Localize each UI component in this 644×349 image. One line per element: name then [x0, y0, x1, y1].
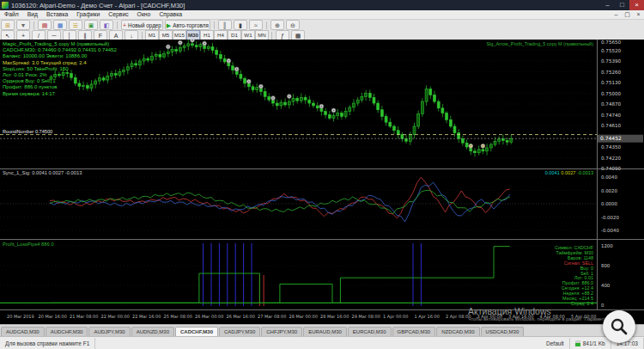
- menu-bar: ФайлВидВставкаГрафикиСервисОкноСправка –…: [0, 10, 644, 20]
- profiles-button[interactable]: ▼: [16, 20, 30, 30]
- ea-info-line-0: Magic_Profit_Trading_5 copy M (правильны…: [3, 41, 117, 47]
- svg-text:20 Mar 2019: 20 Mar 2019: [7, 314, 34, 319]
- svg-text:0.75650: 0.75650: [601, 40, 622, 45]
- status-traffic: 841/1 Kb: [570, 338, 611, 349]
- strategy-tester-button[interactable]: ◧: [100, 20, 113, 30]
- indicator1-value-1: 0.0027: [561, 170, 577, 175]
- svg-text:1 Apr 00:00: 1 Apr 00:00: [383, 314, 408, 320]
- zoom-out-button[interactable]: ⊖: [286, 20, 300, 30]
- menu-item-6[interactable]: Справка: [155, 10, 186, 19]
- zoom-in-icon: ⊕: [275, 21, 280, 29]
- data-window-icon: ▦: [58, 21, 64, 29]
- minimize-button[interactable]: –: [600, 0, 615, 10]
- svg-text:1200: 1200: [601, 243, 613, 248]
- svg-text:800: 800: [601, 263, 611, 268]
- status-help-text: Для вызова справки нажмите F1: [0, 338, 95, 349]
- menu-item-5[interactable]: Окно: [133, 10, 155, 19]
- zoom-overlay-button[interactable]: [603, 310, 635, 343]
- svg-text:-0.0020: -0.0020: [601, 215, 619, 220]
- navigator-button[interactable]: ☰: [69, 20, 82, 30]
- indicator2-legend-row-11: Спред: 2.4: [555, 302, 593, 307]
- market-watch-icon: ▤: [42, 21, 48, 29]
- terminal-icon: ▣: [88, 21, 94, 29]
- svg-text:22 Mar 16:00: 22 Mar 16:00: [132, 314, 161, 319]
- zoom-in-button[interactable]: ⊕: [270, 20, 284, 30]
- magnifier-icon: [610, 317, 629, 336]
- candles-chart-button[interactable]: ▮: [234, 20, 247, 30]
- svg-text:20 Mar 16:00: 20 Mar 16:00: [39, 314, 67, 319]
- status-bar: Для вызова справки нажмите F1 Default 84…: [0, 336, 644, 349]
- terminal-button[interactable]: ▣: [84, 20, 98, 30]
- bars-chart-button[interactable]: ║: [218, 20, 232, 30]
- candles-chart-icon: ▮: [239, 21, 242, 29]
- child-restore-button[interactable]: ▢: [622, 10, 633, 19]
- child-close-button[interactable]: ×: [633, 10, 644, 19]
- svg-text:28 Mar 00:00: 28 Mar 00:00: [289, 314, 318, 319]
- svg-text:0.0000: 0.0000: [601, 201, 617, 206]
- ea-info-line-4: StopLoss: 50 TakeProfit: 150: [3, 66, 117, 72]
- ea-info-line-7: Профит: 886.0 пунктов: [3, 84, 117, 90]
- new-order-icon: +: [123, 21, 126, 29]
- ea-info-line-6: Ордеров Buy: 0 Sell: 1: [3, 78, 117, 84]
- svg-text:0.75260: 0.75260: [601, 70, 622, 75]
- ea-info-overlay: Magic_Profit_Trading_5 copy M (правильны…: [3, 41, 117, 97]
- svg-text:0.0040: 0.0040: [601, 174, 617, 180]
- data-window-button[interactable]: ▦: [53, 20, 67, 30]
- watermark-title: Активация Windows: [468, 307, 613, 316]
- svg-text:26 Mar 16:00: 26 Mar 16:00: [227, 314, 255, 319]
- app-icon: [2, 2, 9, 9]
- bars-chart-icon: ║: [222, 21, 227, 29]
- autotrade-button-label: Авто-торговля: [173, 21, 209, 29]
- indicator1-values: 0.0041 0.0027 -0.0013: [545, 170, 593, 175]
- ea-info-line-5: Лот: 0.01 Риск: 2%: [3, 72, 117, 78]
- close-button[interactable]: ×: [629, 0, 644, 10]
- status-profile[interactable]: Default: [541, 338, 570, 349]
- watermark-subtitle: Чтобы активировать Windows, перейдите в …: [468, 316, 613, 322]
- new-order-button-label: Новый ордер: [128, 21, 161, 29]
- svg-text:29 Mar 08:00: 29 Mar 08:00: [352, 314, 380, 319]
- navigator-icon: ☰: [73, 21, 78, 29]
- svg-text:27 Mar 08:00: 27 Mar 08:00: [258, 314, 286, 319]
- svg-text:26 Mar 00:00: 26 Mar 00:00: [195, 314, 223, 319]
- svg-text:0.74610: 0.74610: [601, 123, 622, 128]
- mt4-window: 1036120: Alpari-Demo - Демо Счет - Alpar…: [0, 0, 644, 349]
- maximize-button[interactable]: □: [615, 0, 629, 10]
- menu-item-1[interactable]: Вид: [23, 10, 42, 19]
- ea-info-line-2: Баланс: 10000.00 Эквити: 10886.00: [3, 53, 117, 59]
- svg-text:28 Mar 16:00: 28 Mar 16:00: [320, 314, 349, 319]
- svg-text:25 Mar 08:00: 25 Mar 08:00: [164, 314, 192, 319]
- new-chart-button[interactable]: ⊞: [1, 20, 15, 30]
- indicator2-label: Profit_LossPips4 886.0: [3, 242, 54, 247]
- child-minimize-button[interactable]: –: [611, 10, 622, 19]
- autotrade-button[interactable]: ▶Авто-торговля: [165, 20, 210, 30]
- indicator1-label: Sync_1_Sig: 0.0041 0.0027 -0.0013: [3, 170, 82, 175]
- line-chart-button[interactable]: ≈: [249, 20, 263, 30]
- menu-item-3[interactable]: Графики: [72, 10, 104, 19]
- svg-text:0.74350: 0.74350: [601, 144, 622, 150]
- new-order-button[interactable]: +Новый ордер: [121, 20, 163, 30]
- menu-item-4[interactable]: Сервис: [104, 10, 132, 19]
- svg-text:400: 400: [601, 283, 611, 288]
- menu-item-0[interactable]: Файл: [0, 10, 23, 19]
- ea-info-line-3: MaxSpread: 3.0 Текущий спред: 2.4: [3, 60, 117, 66]
- svg-text:21 Mar 08:00: 21 Mar 08:00: [70, 314, 98, 319]
- svg-text:0.74090: 0.74090: [601, 166, 622, 171]
- zoom-out-icon: ⊖: [290, 21, 295, 29]
- svg-text:22 Mar 00:00: 22 Mar 00:00: [101, 314, 130, 319]
- strategy-tester-icon: ◧: [104, 21, 110, 29]
- svg-text:1 Apr 16:00: 1 Apr 16:00: [415, 314, 440, 320]
- svg-text:0.75520: 0.75520: [601, 48, 622, 53]
- indicator-name-label: Sig_Arrow_Profit_Trading_5 copy M (прави…: [486, 41, 593, 46]
- ea-info-line-1: CADCHF,M30: 0.74460 0.74492 0.74431 0.74…: [3, 47, 117, 53]
- autotrade-icon: ▶: [167, 21, 171, 29]
- svg-text:0.74220: 0.74220: [601, 156, 622, 161]
- svg-text:-0.0040: -0.0040: [601, 228, 619, 233]
- market-watch-button[interactable]: ▤: [38, 20, 52, 30]
- title-bar: 1036120: Alpari-Demo - Демо Счет - Alpar…: [0, 0, 644, 10]
- menu-item-2[interactable]: Вставка: [42, 10, 72, 19]
- svg-text:0.75390: 0.75390: [601, 58, 622, 64]
- indicator1-value-2: -0.0013: [577, 170, 593, 175]
- svg-text:0.75130: 0.75130: [601, 80, 622, 85]
- line-chart-icon: ≈: [254, 21, 258, 29]
- window-title: 1036120: Alpari-Demo - Демо Счет - Alpar…: [11, 2, 600, 9]
